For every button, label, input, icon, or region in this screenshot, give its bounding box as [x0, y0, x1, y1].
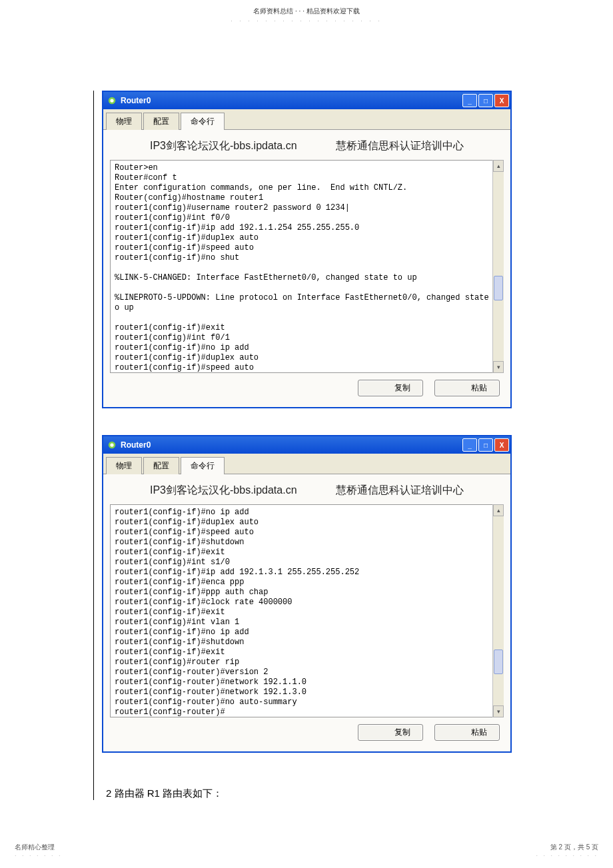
cli-terminal[interactable]: Router>en Router#conf t Enter configurat… [110, 160, 504, 373]
cli-terminal[interactable]: router1(config-if)#no ip add router1(con… [110, 504, 504, 717]
footer-right: 第 2 页，共 5 页 · · · · · · · · · [536, 843, 598, 859]
close-button[interactable]: X [494, 94, 509, 107]
body-note: 2 路由器 R1 路由表如下： [94, 779, 520, 800]
tab-cli[interactable]: 命令行 [181, 457, 225, 474]
tab-strip: 物理 配置 命令行 [103, 454, 510, 474]
app-icon [107, 440, 117, 450]
app-icon [107, 96, 117, 105]
minimize-button[interactable]: _ [462, 438, 477, 452]
minimize-button[interactable]: _ [462, 94, 477, 107]
scrollbar[interactable]: ▴ ▾ [492, 160, 504, 373]
tab-strip: 物理 配置 命令行 [103, 109, 510, 130]
paste-button[interactable]: 粘贴 [434, 380, 500, 396]
tab-config[interactable]: 配置 [143, 113, 179, 130]
tab-config[interactable]: 配置 [143, 457, 179, 474]
footer-right-text: 第 2 页，共 5 页 [536, 843, 598, 852]
close-button[interactable]: X [494, 438, 509, 452]
tab-cli[interactable]: 命令行 [181, 113, 225, 130]
page-header-text: 名师资料总结 · · · 精品资料欢迎下载 [0, 7, 613, 16]
footer-left: 名师精心整理 · · · · · · · [15, 843, 63, 859]
svg-point-1 [110, 99, 113, 102]
scrollbar[interactable]: ▴ ▾ [492, 504, 504, 717]
scroll-thumb[interactable] [494, 650, 503, 674]
subheader-right: 慧桥通信思科认证培训中心 [336, 139, 464, 153]
paste-button[interactable]: 粘贴 [434, 724, 500, 741]
window-title: Router0 [121, 96, 151, 105]
scroll-thumb[interactable] [494, 276, 503, 300]
router-window-1: Router0 _ □ X 物理 配置 命令行 IP3剑客论坛汉化-bbs.ip… [102, 91, 512, 408]
page-header-dots: · · · · · · · · · · · · · · · · · · [0, 17, 613, 24]
maximize-button[interactable]: □ [478, 94, 493, 107]
svg-point-3 [110, 443, 113, 446]
footer-left-dots: · · · · · · · [15, 852, 63, 859]
footer-left-text: 名师精心整理 [15, 843, 63, 852]
titlebar[interactable]: Router0 _ □ X [103, 92, 510, 109]
page-header: 名师资料总结 · · · 精品资料欢迎下载 · · · · · · · · · … [0, 0, 613, 24]
copy-button[interactable]: 复制 [358, 380, 423, 396]
tab-physical[interactable]: 物理 [106, 457, 142, 474]
scroll-down-icon[interactable]: ▾ [493, 361, 504, 373]
footer-right-dots: · · · · · · · · · [536, 852, 598, 859]
copy-button[interactable]: 复制 [358, 724, 423, 741]
subheader-left: IP3剑客论坛汉化-bbs.ipdata.cn [150, 139, 297, 153]
subheader-right: 慧桥通信思科认证培训中心 [336, 484, 464, 498]
window-title: Router0 [121, 440, 151, 450]
router-window-2: Router0 _ □ X 物理 配置 命令行 IP3剑客论坛汉化-bbs.ip… [102, 435, 512, 753]
maximize-button[interactable]: □ [478, 438, 493, 452]
subheader-left: IP3剑客论坛汉化-bbs.ipdata.cn [150, 484, 297, 498]
scroll-down-icon[interactable]: ▾ [493, 705, 504, 717]
tab-physical[interactable]: 物理 [106, 113, 142, 130]
titlebar[interactable]: Router0 _ □ X [103, 436, 510, 454]
